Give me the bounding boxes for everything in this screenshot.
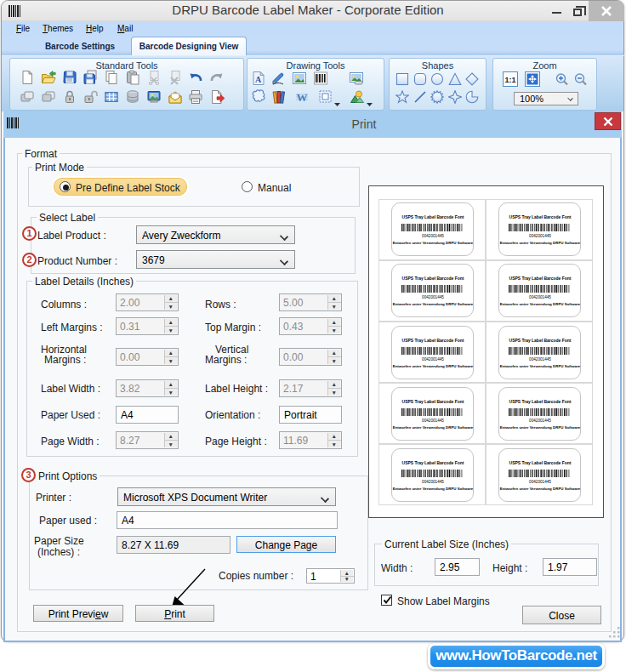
svg-text:1:1: 1:1 (505, 76, 516, 84)
svg-text:W: W (297, 91, 308, 104)
svg-text:A: A (255, 75, 262, 84)
